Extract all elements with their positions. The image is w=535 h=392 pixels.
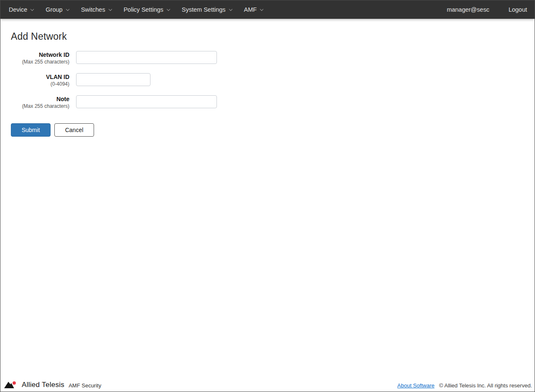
about-software-link[interactable]: About Software [397, 382, 435, 389]
network-id-hint: (Max 255 characters) [11, 59, 69, 65]
chevron-down-icon [260, 7, 263, 10]
chevron-down-icon [229, 7, 232, 10]
vlan-id-input-wrap [76, 73, 150, 86]
vlan-id-hint: (0-4094) [11, 81, 69, 87]
menu-group[interactable]: Group [46, 6, 69, 13]
page-title: Add Network [11, 31, 535, 42]
vlan-id-row: VLAN ID (0-4094) [11, 73, 535, 87]
page-footer: Allied Telesis AMF Security About Softwa… [0, 377, 535, 392]
footer-brand-group: Allied Telesis AMF Security [4, 381, 101, 389]
menu-amf-label: AMF [244, 6, 257, 13]
chevron-down-icon [167, 7, 170, 10]
submit-button[interactable]: Submit [11, 123, 51, 137]
add-network-form: Network ID (Max 255 characters) VLAN ID … [11, 51, 535, 137]
menu-device[interactable]: Device [9, 6, 33, 13]
network-id-label-group: Network ID (Max 255 characters) [11, 51, 69, 65]
brand-name: Allied Telesis [22, 381, 64, 389]
app-window: Device Group Switches Policy Settings Sy… [0, 0, 535, 392]
chevron-down-icon [108, 7, 112, 10]
menu-switches-label: Switches [81, 6, 105, 13]
footer-legal-group: About Software © Allied Telesis Inc. All… [397, 382, 532, 389]
main-menu: Device Group Switches Policy Settings Sy… [9, 6, 263, 13]
menu-system-settings[interactable]: System Settings [182, 6, 232, 13]
note-label: Note [11, 96, 69, 102]
menu-group-label: Group [46, 6, 62, 13]
product-name: AMF Security [69, 382, 101, 389]
vlan-id-input[interactable] [76, 73, 150, 86]
chevron-down-icon [66, 7, 69, 10]
note-label-group: Note (Max 255 characters) [11, 95, 69, 109]
menu-amf[interactable]: AMF [244, 6, 263, 13]
note-row: Note (Max 255 characters) [11, 95, 535, 109]
logout-link[interactable]: Logout [509, 6, 527, 13]
network-id-input-wrap [76, 51, 217, 64]
network-id-label: Network ID [11, 51, 69, 58]
menu-switches[interactable]: Switches [81, 6, 112, 13]
chevron-down-icon [31, 7, 34, 10]
allied-telesis-logo-icon [4, 381, 19, 389]
logged-in-user: manager@sesc [447, 6, 489, 13]
menu-system-settings-label: System Settings [182, 6, 226, 13]
network-id-row: Network ID (Max 255 characters) [11, 51, 535, 65]
note-hint: (Max 255 characters) [11, 103, 69, 109]
network-id-input[interactable] [76, 51, 217, 64]
vlan-id-label: VLAN ID [11, 74, 69, 80]
navbar-right: manager@sesc Logout [447, 6, 527, 13]
form-actions: Submit Cancel [11, 123, 535, 137]
note-input[interactable] [76, 95, 217, 108]
menu-policy-settings-label: Policy Settings [124, 6, 163, 13]
note-input-wrap [76, 95, 217, 108]
menu-policy-settings[interactable]: Policy Settings [124, 6, 170, 13]
cancel-button[interactable]: Cancel [54, 123, 94, 137]
vlan-id-label-group: VLAN ID (0-4094) [11, 73, 69, 87]
top-navbar: Device Group Switches Policy Settings Sy… [0, 0, 535, 19]
menu-device-label: Device [9, 6, 27, 13]
copyright-text: © Allied Telesis Inc. All rights reserve… [439, 382, 532, 389]
main-content: Add Network Network ID (Max 255 characte… [0, 19, 535, 137]
